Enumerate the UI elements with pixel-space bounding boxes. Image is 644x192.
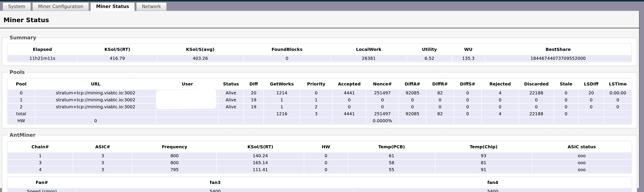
- table-cell: 3: [73, 166, 132, 173]
- table-cell: [333, 117, 366, 124]
- table-cell: 2: [8, 103, 35, 110]
- table-cell: 58: [348, 159, 435, 166]
- column-header: Pool: [8, 79, 35, 89]
- table-cell: 3: [73, 159, 132, 166]
- tab-miner-status[interactable]: Miner Status: [90, 3, 135, 12]
- table-cell: [300, 117, 332, 124]
- table-cell: 0: [554, 110, 578, 117]
- table-cell: 82: [426, 110, 454, 117]
- summary-table-holder: ElapsedKSol/S(RT)KSol/S(avg)FoundBlocksL…: [7, 44, 632, 62]
- column-header: Priority: [300, 79, 332, 89]
- table-cell: 55: [348, 166, 435, 173]
- table-cell: total: [8, 110, 35, 117]
- table-cell: 1216: [264, 110, 300, 117]
- pools-table-holder: PoolURLUserStatusDiffGetWorksPriorityAcc…: [7, 78, 632, 125]
- table-cell: [399, 117, 426, 124]
- table-cell: 0: [604, 103, 632, 110]
- table-cell: 6.52: [407, 55, 452, 62]
- table-cell: 0: [333, 97, 366, 103]
- table-cell: 0: [35, 117, 156, 124]
- column-header: Temp(Chip): [436, 141, 532, 152]
- table-cell: 4: [8, 166, 73, 173]
- column-header: KSol/S(RT): [217, 141, 304, 152]
- table-row: 43795111.4105591ooo: [8, 166, 632, 173]
- table-cell: 416.79: [78, 55, 157, 62]
- table-cell: Speed (r/min): [8, 188, 76, 192]
- table-cell: 1: [300, 97, 332, 103]
- table-cell: [554, 117, 578, 124]
- table-cell: 795: [132, 166, 216, 173]
- column-header: fan3: [76, 177, 354, 188]
- antminer-legend: AntMiner: [8, 132, 37, 138]
- table-cell: 0: [8, 90, 35, 96]
- table-cell: 0: [454, 97, 481, 103]
- column-header: Rejected: [482, 79, 519, 89]
- top-bar: [0, 0, 644, 2]
- column-header: LSTime: [604, 79, 632, 89]
- column-header: Stale: [554, 79, 578, 89]
- column-header: Accepted: [333, 79, 366, 89]
- content-area: Miner Status Summary ElapsedKSol/S(RT)KS…: [0, 11, 640, 188]
- table-cell: 0: [333, 103, 366, 110]
- table-cell: [35, 110, 156, 117]
- table-cell: [604, 117, 632, 124]
- table-cell: 20: [244, 90, 264, 96]
- column-header: LSDiff: [578, 79, 604, 89]
- table-row: Speed (r/min)54005400: [8, 188, 632, 192]
- table-cell: 2: [300, 103, 332, 110]
- summary-table: ElapsedKSol/S(RT)KSol/S(avg)FoundBlocksL…: [7, 44, 632, 62]
- table-cell: 0: [578, 103, 604, 110]
- pools-legend: Pools: [8, 69, 26, 75]
- tab-network[interactable]: Network: [136, 3, 167, 11]
- table-cell: 4: [482, 110, 519, 117]
- column-header: ASIC#: [73, 141, 132, 152]
- table-cell: 5400: [76, 188, 354, 192]
- column-header: Elapsed: [8, 44, 77, 55]
- tab-system[interactable]: System: [2, 3, 31, 11]
- table-cell: 4441: [333, 90, 366, 96]
- table-row: 11h21m11s416.79403.260263816.52135.31844…: [8, 55, 632, 62]
- table-cell: [218, 110, 243, 117]
- chains-table-holder: Chain#ASIC#FrequencyKSol/S(RT)HWTemp(PCB…: [7, 141, 632, 173]
- column-header: fan4: [354, 177, 632, 188]
- fans-table-holder: Fan#fan3fan4Speed (r/min)54005400: [7, 176, 632, 192]
- column-header: User: [156, 79, 218, 89]
- table-row: total121634441251497920858204221880: [8, 110, 632, 117]
- table-cell: 0: [482, 103, 519, 110]
- table-cell: 91: [436, 166, 532, 173]
- table-cell: 3: [8, 159, 73, 166]
- table-cell: [454, 117, 481, 124]
- table-cell: 251497: [366, 110, 398, 117]
- tab-miner-configuration[interactable]: Miner Configuration: [32, 3, 89, 11]
- table-cell: [244, 110, 264, 117]
- table-cell: 0: [426, 97, 454, 103]
- table-cell: 0: [454, 110, 481, 117]
- table-cell: HW: [8, 117, 35, 124]
- column-header: Chain#: [8, 141, 73, 152]
- summary-section: Summary ElapsedKSol/S(RT)KSol/S(avg)Foun…: [2, 35, 637, 66]
- table-cell: 26381: [331, 55, 407, 62]
- table-cell: 0:00:00: [604, 90, 632, 96]
- table-cell: 1: [8, 97, 35, 103]
- table-cell: [578, 117, 604, 124]
- table-cell: 800: [132, 159, 216, 166]
- table-cell: [218, 117, 243, 124]
- table-cell: 18446744073709552000: [485, 55, 632, 62]
- title-divider: [0, 28, 639, 28]
- table-cell: 403.26: [158, 55, 243, 62]
- table-cell: [244, 117, 264, 124]
- table-cell: 19: [244, 97, 264, 103]
- table-cell: 61: [348, 152, 435, 159]
- table-cell: [604, 110, 632, 117]
- table-cell: 0.0000%: [366, 117, 398, 124]
- header-row: PoolURLUserStatusDiffGetWorksPriorityAcc…: [8, 79, 632, 89]
- table-cell: 800: [132, 152, 216, 159]
- table-cell: 0: [304, 152, 348, 159]
- table-cell: 0: [399, 97, 426, 103]
- table-cell: 251497: [366, 90, 398, 96]
- redacted-user-overlay: [156, 90, 216, 109]
- table-cell: 92085: [399, 90, 426, 96]
- table-cell: 0: [554, 103, 578, 110]
- table-cell: 1: [264, 97, 300, 103]
- table-cell: 140.24: [217, 152, 304, 159]
